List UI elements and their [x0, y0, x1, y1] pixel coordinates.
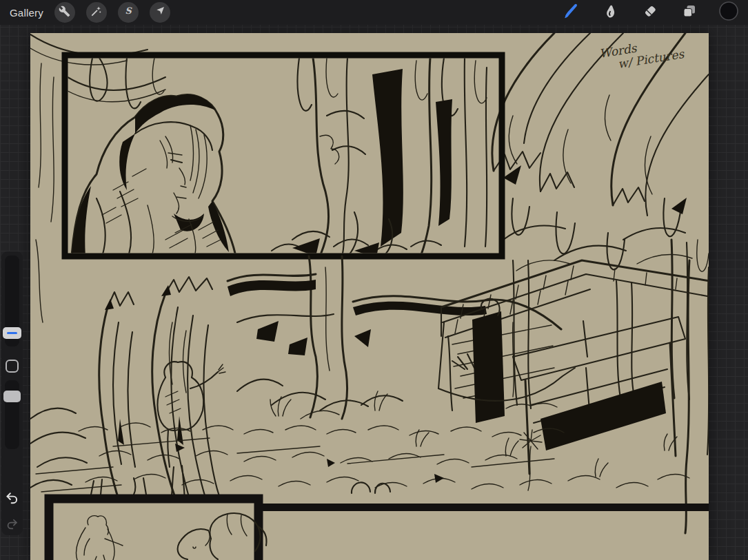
selection-button[interactable]: S	[118, 2, 139, 23]
color-swatch-icon	[718, 1, 739, 24]
adjustments-button[interactable]	[86, 2, 107, 23]
panel-3-border	[262, 504, 709, 511]
s-curve-icon: S	[122, 5, 134, 20]
brush-sidebar	[1, 251, 23, 535]
brush-size-handle[interactable]	[3, 327, 21, 339]
canvas-artwork	[30, 33, 709, 560]
transform-button[interactable]	[150, 2, 170, 23]
brush-icon	[563, 2, 580, 23]
brush-size-accent-bar	[7, 332, 17, 334]
drawing-canvas[interactable]: Words w/ Pictures	[30, 33, 709, 560]
redo-button[interactable]	[1, 515, 23, 534]
eraser-icon	[642, 3, 658, 22]
layers-icon	[681, 3, 698, 22]
undo-icon	[5, 490, 19, 507]
brush-opacity-handle[interactable]	[3, 391, 21, 402]
procreate-app: { "top_bar": { "gallery_label": "Gallery…	[0, 0, 748, 560]
undo-button[interactable]	[1, 488, 23, 508]
top-toolbar: Gallery S	[0, 0, 748, 25]
layers-button[interactable]	[680, 3, 699, 22]
wrench-icon	[59, 6, 70, 20]
arrow-cursor-icon	[154, 6, 165, 19]
paint-button[interactable]	[562, 3, 581, 22]
smudge-button[interactable]	[601, 3, 620, 22]
artwork-shack	[438, 260, 709, 477]
color-button[interactable]	[719, 3, 738, 22]
actions-button[interactable]	[54, 2, 75, 23]
smudge-finger-icon	[603, 3, 619, 22]
modify-button[interactable]	[6, 360, 19, 373]
svg-text:S: S	[125, 6, 132, 16]
magic-wand-icon	[90, 6, 102, 20]
artwork-panel-2	[49, 499, 267, 560]
redo-icon	[6, 517, 19, 532]
erase-button[interactable]	[640, 3, 660, 22]
artwork-center-tree	[228, 256, 561, 419]
artwork-panel-1	[68, 58, 487, 258]
gallery-button[interactable]: Gallery	[10, 7, 43, 19]
